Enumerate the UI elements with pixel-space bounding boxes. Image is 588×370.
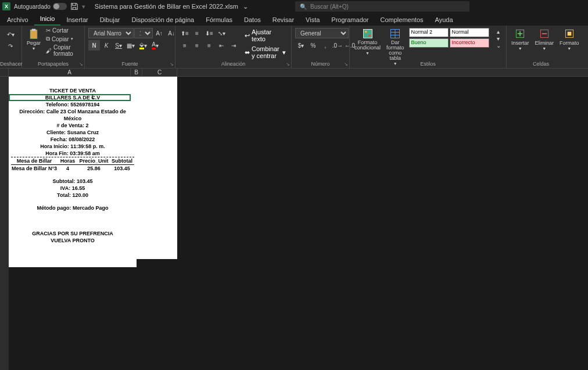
chevron-down-icon: ▼ bbox=[542, 46, 546, 51]
format-painter-button[interactable]: 🖌Copiar formato bbox=[44, 44, 82, 58]
ticket-address: Dirección: Calle 23 Col Manzana Estado d… bbox=[11, 108, 134, 122]
alignment-dialog-launcher-icon[interactable]: ↘ bbox=[286, 62, 290, 67]
conditional-format-button[interactable]: Formato condicional▼ bbox=[352, 27, 383, 56]
search-input[interactable]: 🔍 Buscar (Alt+Q) bbox=[295, 1, 469, 12]
search-icon: 🔍 bbox=[300, 3, 307, 10]
chevron-down-icon: ▾ bbox=[71, 37, 73, 41]
align-middle-button[interactable]: ≡ bbox=[191, 28, 203, 38]
brush-icon: 🖌 bbox=[46, 48, 52, 54]
styles-scroll-down-icon[interactable]: ▾ bbox=[493, 35, 504, 42]
increase-font-button[interactable]: A↑ bbox=[153, 28, 165, 38]
fill-color-button[interactable]: ⬙▾ bbox=[137, 40, 149, 51]
font-size-select[interactable]: 10 bbox=[134, 28, 153, 38]
worksheet-area[interactable]: TICKET DE VENTA BILLARES S.A DE C.V Tele… bbox=[0, 77, 588, 370]
group-styles-label: Estilos bbox=[350, 61, 506, 67]
group-font-label: Fuente bbox=[85, 61, 175, 67]
bold-button[interactable]: N bbox=[88, 40, 100, 51]
svg-rect-0 bbox=[30, 30, 37, 38]
italic-button[interactable]: K bbox=[101, 40, 112, 51]
group-cells-label: Celdas bbox=[507, 61, 575, 67]
group-clipboard: Pegar ▼ ✂Cortar ⧉Copiar▾ 🖌Copiar formato… bbox=[22, 26, 85, 68]
svg-rect-2 bbox=[363, 30, 372, 38]
format-cells-button[interactable]: Formato▼ bbox=[557, 27, 582, 52]
decrease-indent-button[interactable]: ⇤ bbox=[216, 40, 227, 51]
font-name-select[interactable]: Arial Narrow bbox=[88, 28, 134, 38]
align-center-button[interactable]: ≡ bbox=[191, 40, 203, 51]
tab-vista[interactable]: Vista bbox=[300, 14, 325, 26]
tab-archivo[interactable]: Archivo bbox=[1, 14, 34, 26]
cell-style-bad[interactable]: Incorrecto bbox=[450, 38, 489, 48]
group-undo-label: Deshacer bbox=[0, 61, 21, 67]
group-number: General $▾ % , .0→ ←.0 Número ↘ bbox=[292, 26, 350, 68]
undo-button[interactable]: ↶▾ bbox=[5, 29, 16, 39]
font-dialog-launcher-icon[interactable]: ↘ bbox=[170, 62, 174, 67]
file-dropdown-icon[interactable]: ⌄ bbox=[243, 3, 248, 10]
merge-center-button[interactable]: ⬌Combinar y centrar▾ bbox=[243, 45, 288, 60]
delete-cells-button[interactable]: Eliminar▼ bbox=[533, 27, 557, 52]
orientation-button[interactable]: ⤡▾ bbox=[216, 28, 227, 38]
file-name[interactable]: Sistema para Gestión de Billar en Excel … bbox=[95, 3, 238, 10]
align-bottom-button[interactable]: ⬇≡ bbox=[203, 28, 215, 38]
align-top-button[interactable]: ⬆≡ bbox=[179, 28, 191, 38]
align-right-button[interactable]: ≡ bbox=[203, 40, 215, 51]
cell-style-good[interactable]: Bueno bbox=[409, 38, 449, 48]
styles-more-icon[interactable]: ⌄ bbox=[493, 42, 504, 49]
group-alignment-label: Alineación bbox=[175, 61, 291, 67]
autosave-toggle[interactable]: Autoguardado bbox=[14, 3, 67, 10]
tab-insertar[interactable]: Insertar bbox=[60, 14, 94, 26]
title-bar: X Autoguardado ▾ Sistema para Gestión de… bbox=[0, 0, 588, 13]
font-color-button[interactable]: A▾ bbox=[149, 40, 161, 51]
tab-dibujar[interactable]: Dibujar bbox=[94, 14, 126, 26]
search-placeholder: Buscar (Alt+Q) bbox=[310, 3, 349, 10]
save-icon[interactable] bbox=[70, 2, 78, 10]
tab-complementos[interactable]: Complementos bbox=[375, 14, 429, 26]
redo-button[interactable]: ↷ bbox=[5, 41, 16, 51]
increase-indent-button[interactable]: ⇥ bbox=[228, 40, 239, 51]
styles-scroll-up-icon[interactable]: ▴ bbox=[493, 28, 504, 35]
cell-style-normal[interactable]: Normal bbox=[450, 28, 489, 37]
tab-inicio[interactable]: Inicio bbox=[34, 13, 61, 26]
qat-overflow-icon[interactable]: ▾ bbox=[82, 3, 85, 10]
merge-icon: ⬌ bbox=[245, 49, 250, 56]
align-left-button[interactable]: ≡ bbox=[179, 40, 191, 51]
increase-decimal-button[interactable]: .0→ bbox=[332, 40, 343, 51]
border-button[interactable]: ▦▾ bbox=[125, 40, 137, 51]
tab-ayuda[interactable]: Ayuda bbox=[429, 14, 459, 26]
svg-rect-1 bbox=[32, 29, 36, 31]
ticket-subtotal: Subtotal: 103.45 bbox=[11, 178, 134, 185]
paste-button[interactable]: Pegar ▼ bbox=[24, 27, 43, 52]
wrap-text-button[interactable]: ↩Ajustar texto bbox=[243, 28, 288, 43]
ticket-thanks1: GRACIAS POR SU PREFRENCIA bbox=[11, 230, 134, 237]
currency-button[interactable]: $▾ bbox=[295, 40, 307, 51]
chevron-down-icon: ▼ bbox=[567, 46, 571, 51]
tab-revisar[interactable]: Revisar bbox=[267, 14, 300, 26]
group-alignment: ⬆≡ ≡ ⬇≡ ⤡▾ ≡ ≡ ≡ ⇤ ⇥ ↩Ajustar texto ⬌Com… bbox=[175, 26, 292, 68]
underline-button[interactable]: S▾ bbox=[113, 40, 124, 51]
clipboard-dialog-launcher-icon[interactable]: ↘ bbox=[79, 62, 83, 67]
white-area bbox=[137, 77, 177, 259]
cell-style-normal2[interactable]: Normal 2 bbox=[409, 28, 449, 37]
col-header-a[interactable]: A bbox=[9, 69, 131, 76]
group-number-label: Número bbox=[292, 61, 349, 67]
number-dialog-launcher-icon[interactable]: ↘ bbox=[344, 62, 348, 67]
chevron-down-icon: ▾ bbox=[282, 49, 286, 56]
tab-programador[interactable]: Programador bbox=[325, 14, 374, 26]
col-header-b[interactable]: B bbox=[131, 69, 142, 76]
tab-disposicion[interactable]: Disposición de página bbox=[126, 14, 200, 26]
chevron-down-icon: ▼ bbox=[518, 46, 522, 51]
percent-button[interactable]: % bbox=[307, 40, 319, 51]
tab-formulas[interactable]: Fórmulas bbox=[200, 14, 238, 26]
select-all-corner[interactable] bbox=[0, 69, 9, 76]
cut-button[interactable]: ✂Cortar bbox=[44, 27, 82, 34]
ticket-end: Hora Fin: 03:39:58 am bbox=[11, 150, 134, 157]
tab-datos[interactable]: Datos bbox=[238, 14, 267, 26]
comma-style-button[interactable]: , bbox=[320, 40, 331, 51]
toggle-switch-icon[interactable] bbox=[53, 3, 67, 10]
row-headers bbox=[0, 77, 9, 370]
copy-button[interactable]: ⧉Copiar▾ bbox=[44, 35, 82, 43]
autosave-label: Autoguardado bbox=[14, 3, 51, 10]
insert-cells-button[interactable]: Insertar▼ bbox=[509, 27, 532, 52]
number-format-select[interactable]: General bbox=[295, 28, 349, 38]
col-header-c[interactable]: C bbox=[142, 69, 177, 76]
ticket-sale-no: # de Venta: 2 bbox=[11, 122, 134, 129]
